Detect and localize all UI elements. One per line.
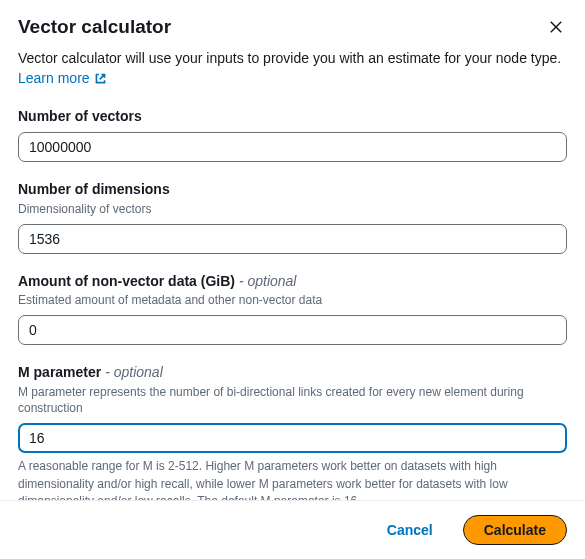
non-vector-label: Amount of non-vector data (GiB) [18,273,235,289]
modal-title: Vector calculator [18,16,171,38]
description-text: Vector calculator will use your inputs t… [18,48,567,89]
non-vector-hint: Estimated amount of metadata and other n… [18,292,567,309]
field-number-of-vectors: Number of vectors [18,107,567,163]
close-icon [547,18,565,36]
description-content: Vector calculator will use your inputs t… [18,50,561,66]
field-m-parameter: M parameter - optional M parameter repre… [18,363,567,500]
non-vector-input[interactable] [18,315,567,345]
modal-header: Vector calculator [0,0,585,48]
field-number-of-dimensions: Number of dimensions Dimensionality of v… [18,180,567,253]
modal-body: Vector calculator will use your inputs t… [0,48,585,500]
modal-footer: Cancel Calculate [0,500,585,559]
learn-more-label: Learn more [18,68,90,88]
cancel-button[interactable]: Cancel [367,516,453,544]
num-dimensions-hint: Dimensionality of vectors [18,201,567,218]
learn-more-link[interactable]: Learn more [18,68,107,88]
num-vectors-label: Number of vectors [18,107,567,127]
m-param-optional: - optional [101,364,162,380]
num-dimensions-input[interactable] [18,224,567,254]
field-non-vector-data: Amount of non-vector data (GiB) - option… [18,272,567,345]
calculate-button[interactable]: Calculate [463,515,567,545]
non-vector-optional: - optional [235,273,296,289]
m-param-label: M parameter [18,364,101,380]
m-param-hint: M parameter represents the number of bi-… [18,384,567,418]
num-vectors-input[interactable] [18,132,567,162]
m-param-input[interactable] [18,423,567,453]
m-param-label-wrap: M parameter - optional [18,363,567,383]
external-link-icon [94,72,107,85]
close-button[interactable] [545,16,567,38]
num-dimensions-label: Number of dimensions [18,180,567,200]
non-vector-label-wrap: Amount of non-vector data (GiB) - option… [18,272,567,292]
m-param-help: A reasonable range for M is 2-512. Highe… [18,458,567,500]
